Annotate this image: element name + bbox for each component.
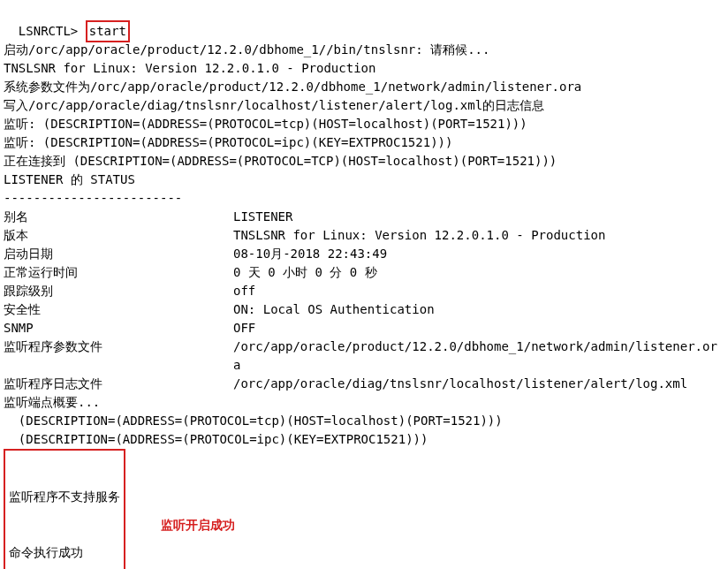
status-label: 别名	[4, 208, 233, 226]
output-line: 监听端点概要...	[4, 393, 724, 412]
separator-line: ------------------------	[4, 189, 724, 208]
status-value: 08-10月-2018 22:43:49	[233, 245, 724, 263]
status-value: 0 天 0 小时 0 分 0 秒	[233, 263, 724, 282]
status-row: 版本TNSLSNR for Linux: Version 12.2.0.1.0 …	[4, 226, 724, 245]
status-label: 跟踪级别	[4, 282, 233, 300]
status-row: 监听程序日志文件/orc/app/oracle/diag/tnslsnr/loc…	[4, 375, 724, 393]
output-line: 监听: (DESCRIPTION=(ADDRESS=(PROTOCOL=tcp)…	[4, 115, 724, 133]
output-line: 启动/orc/app/oracle/product/12.2.0/dbhome_…	[4, 41, 724, 59]
output-line: (DESCRIPTION=(ADDRESS=(PROTOCOL=ipc)(KEY…	[4, 430, 724, 449]
status-row: 安全性ON: Local OS Authentication	[4, 300, 724, 319]
output-line: 系统参数文件为/orc/app/oracle/product/12.2.0/db…	[4, 78, 724, 96]
status-label: 监听程序参数文件	[4, 338, 233, 375]
result-highlight: 监听程序不支持服务 命令执行成功	[4, 449, 125, 569]
command-text: start	[89, 24, 126, 38]
status-value: /orc/app/oracle/product/12.2.0/dbhome_1/…	[233, 338, 724, 375]
status-value: /orc/app/oracle/diag/tnslsnr/localhost/l…	[233, 375, 724, 393]
output-line: 正在连接到 (DESCRIPTION=(ADDRESS=(PROTOCOL=TC…	[4, 152, 724, 171]
status-value: TNSLSNR for Linux: Version 12.2.0.1.0 - …	[233, 226, 724, 245]
status-label: 启动日期	[4, 245, 233, 263]
status-label: 监听程序日志文件	[4, 375, 233, 393]
output-line: TNSLSNR for Linux: Version 12.2.0.1.0 - …	[4, 59, 724, 78]
status-label: 安全性	[4, 300, 233, 319]
status-value: off	[233, 282, 724, 300]
status-value: LISTENER	[233, 208, 724, 226]
status-label: 版本	[4, 226, 233, 245]
output-line: LISTENER 的 STATUS	[4, 171, 724, 189]
result-row: 监听程序不支持服务 命令执行成功 监听开启成功	[4, 449, 724, 569]
output-line: (DESCRIPTION=(ADDRESS=(PROTOCOL=tcp)(HOS…	[4, 412, 724, 430]
status-row: 正常运行时间0 天 0 小时 0 分 0 秒	[4, 263, 724, 282]
annotation-note: 监听开启成功	[161, 516, 235, 535]
result-line-1: 监听程序不支持服务	[9, 488, 120, 506]
status-row: 启动日期08-10月-2018 22:43:49	[4, 245, 724, 263]
prompt-text: LSNRCTL>	[19, 24, 86, 38]
status-label: 正常运行时间	[4, 263, 233, 282]
result-line-2: 命令执行成功	[9, 543, 120, 562]
output-line: 监听: (DESCRIPTION=(ADDRESS=(PROTOCOL=ipc)…	[4, 133, 724, 152]
status-value: OFF	[233, 319, 724, 338]
status-row: 监听程序参数文件/orc/app/oracle/product/12.2.0/d…	[4, 338, 724, 375]
status-label: SNMP	[4, 319, 233, 338]
prompt-line: LSNRCTL> start	[4, 4, 724, 41]
status-row: 别名LISTENER	[4, 208, 724, 226]
status-row: 跟踪级别off	[4, 282, 724, 300]
command-highlight: start	[86, 20, 130, 42]
status-row: SNMPOFF	[4, 319, 724, 338]
status-value: ON: Local OS Authentication	[233, 300, 724, 319]
output-line: 写入/orc/app/oracle/diag/tnslsnr/localhost…	[4, 96, 724, 115]
